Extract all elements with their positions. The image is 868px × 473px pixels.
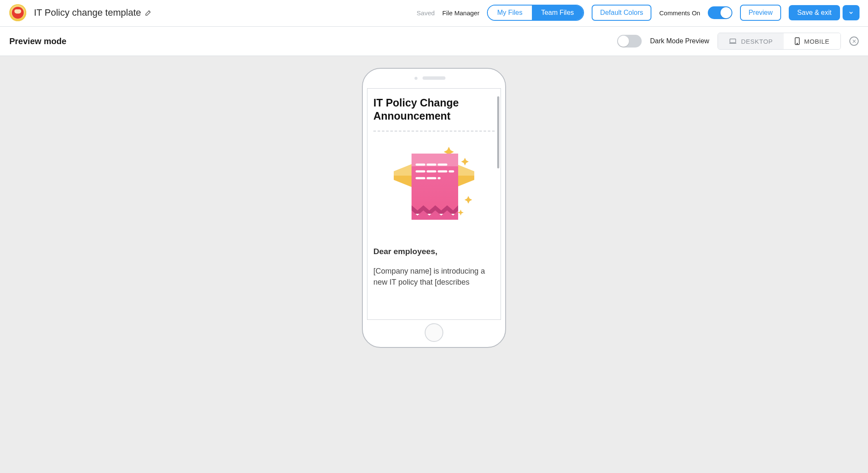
save-exit-button[interactable]: Save & exit xyxy=(789,5,840,20)
default-colors-button[interactable]: Default Colors xyxy=(592,5,651,21)
comments-label: Comments On xyxy=(659,9,700,17)
phone-home-button xyxy=(425,323,443,342)
svg-rect-0 xyxy=(730,39,736,43)
saved-status: Saved xyxy=(417,9,435,17)
email-body-line: [Company name] is introducing a new IT p… xyxy=(373,266,495,288)
email-content[interactable]: IT Policy Change Announcement xyxy=(367,89,501,319)
close-icon: ✕ xyxy=(852,39,857,44)
email-divider xyxy=(373,131,495,132)
phone-camera-dot xyxy=(415,77,417,80)
device-mobile-button[interactable]: MOBILE xyxy=(784,33,840,49)
top-toolbar: IT Policy change template Saved File Man… xyxy=(0,0,868,27)
comments-toggle[interactable] xyxy=(708,6,732,19)
device-mobile-label: MOBILE xyxy=(804,38,829,45)
email-greeting: Dear employees, xyxy=(373,247,495,256)
close-preview-button[interactable]: ✕ xyxy=(849,36,859,46)
app-logo xyxy=(9,4,26,21)
save-exit-split: Save & exit xyxy=(789,5,860,20)
phone-speaker xyxy=(423,76,445,80)
phone-frame: IT Policy Change Announcement xyxy=(362,68,506,348)
doc-title: IT Policy change template xyxy=(34,7,141,18)
dark-mode-toggle[interactable] xyxy=(617,35,642,48)
tab-team-files[interactable]: Team Files xyxy=(532,6,583,20)
email-title: IT Policy Change Announcement xyxy=(373,96,495,123)
mobile-icon xyxy=(795,37,800,45)
chevron-down-icon xyxy=(848,10,854,16)
phone-screen: IT Policy Change Announcement xyxy=(367,88,501,320)
svg-point-2 xyxy=(797,43,798,44)
save-exit-dropdown[interactable] xyxy=(843,5,860,20)
announcement-illustration-icon xyxy=(385,142,483,227)
preview-button[interactable]: Preview xyxy=(740,5,781,21)
preview-mode-title: Preview mode xyxy=(9,36,67,46)
svg-marker-5 xyxy=(465,196,472,204)
svg-marker-6 xyxy=(458,210,464,216)
device-segmented: DESKTOP MOBILE xyxy=(718,33,841,50)
svg-marker-4 xyxy=(461,158,469,165)
preview-canvas: IT Policy Change Announcement xyxy=(0,56,868,473)
files-segmented: My Files Team Files xyxy=(487,5,584,21)
edit-title-icon[interactable] xyxy=(145,9,152,17)
dark-mode-label: Dark Mode Preview xyxy=(650,37,709,45)
file-manager-link[interactable]: File Manager xyxy=(442,9,480,17)
desktop-icon xyxy=(729,38,737,44)
device-desktop-label: DESKTOP xyxy=(741,38,773,45)
preview-bar: Preview mode Dark Mode Preview DESKTOP M… xyxy=(0,27,868,56)
tab-my-files[interactable]: My Files xyxy=(488,6,532,20)
doc-title-wrap[interactable]: IT Policy change template xyxy=(34,7,152,18)
device-desktop-button[interactable]: DESKTOP xyxy=(718,33,784,49)
